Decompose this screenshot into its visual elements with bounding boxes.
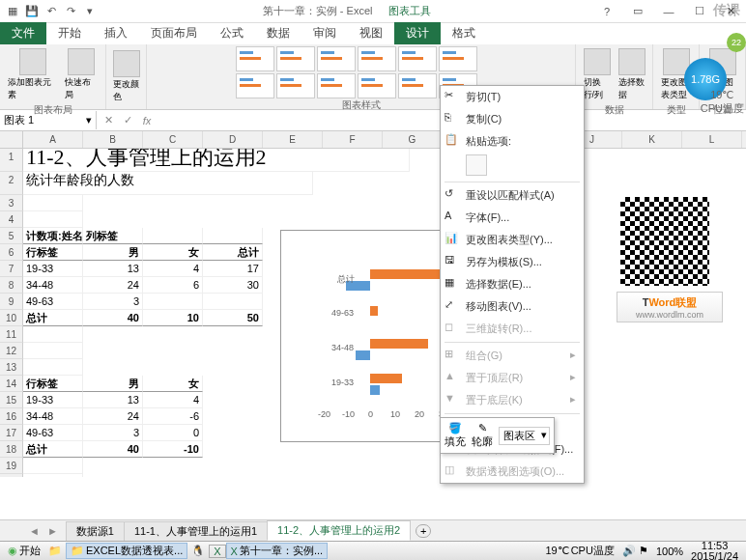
ribbon-options-icon[interactable]: ▭ xyxy=(626,3,649,20)
tab-layout[interactable]: 页面布局 xyxy=(139,22,209,44)
formula-bar-row: 图表 1▾ ✕ ✓ fx xyxy=(0,110,746,131)
scissors-icon: ✂ xyxy=(445,89,458,102)
tab-file[interactable]: 文件 xyxy=(0,22,46,44)
chart-style-thumb[interactable] xyxy=(439,46,477,71)
sheet-tab[interactable]: 数据源1 xyxy=(66,521,125,541)
chart-style-thumb[interactable] xyxy=(276,73,315,98)
taskbar-item[interactable]: 📁 xyxy=(44,545,66,557)
chart-style-thumb[interactable] xyxy=(398,73,437,98)
bar-1933-m[interactable] xyxy=(370,374,402,383)
cancel-icon[interactable]: ✕ xyxy=(100,114,116,126)
cm-select-data[interactable]: ▦选择数据(E)... xyxy=(441,273,584,295)
select-data-button[interactable]: 选择数据 xyxy=(617,46,647,103)
redo-icon[interactable]: ↷ xyxy=(62,3,79,20)
bar-1933-f[interactable] xyxy=(370,385,380,395)
sidebar-badge[interactable]: 22 xyxy=(727,33,746,52)
copy-icon: ⎘ xyxy=(445,111,458,125)
col-header[interactable]: F xyxy=(323,131,383,148)
clock[interactable]: 11:532015/1/24 xyxy=(687,542,742,561)
taskbar-item[interactable]: 🐧 xyxy=(187,545,209,557)
tab-data[interactable]: 数据 xyxy=(255,22,301,44)
reset-icon: ↺ xyxy=(445,187,458,201)
paste-option-button[interactable] xyxy=(466,154,487,176)
undo-icon[interactable]: ↶ xyxy=(43,3,60,20)
tab-review[interactable]: 审阅 xyxy=(301,22,348,44)
cm-copy[interactable]: ⎘复制(C) xyxy=(441,108,584,130)
chart-style-thumb[interactable] xyxy=(358,73,396,98)
maximize-icon[interactable]: ☐ xyxy=(688,3,711,20)
taskbar-item[interactable]: X第十一章：实例... xyxy=(226,543,329,559)
fill-button[interactable]: 🪣填充 xyxy=(445,422,466,449)
cm-bring-front: ▲置于顶层(R)▸ xyxy=(441,367,584,389)
col-header[interactable]: A xyxy=(23,131,83,148)
cm-move-chart[interactable]: ⤢移动图表(V)... xyxy=(441,295,584,318)
subtitle-cell[interactable]: 统计年龄段的人数 xyxy=(23,172,313,195)
col-header[interactable]: C xyxy=(143,131,203,148)
chart-style-thumb[interactable] xyxy=(358,46,396,71)
new-sheet-icon[interactable]: + xyxy=(416,524,431,538)
chart-style-thumb[interactable] xyxy=(236,73,274,98)
outline-button[interactable]: ✎轮廓 xyxy=(472,422,493,449)
start-button[interactable]: ◉开始 xyxy=(4,544,44,558)
back-icon: ▼ xyxy=(445,392,458,406)
cm-send-back: ▼置于底层(K)▸ xyxy=(441,389,584,411)
title-cell[interactable]: 11-2、人事管理上的运用2 xyxy=(23,149,410,172)
chart-style-thumb[interactable] xyxy=(398,46,437,71)
excel-icon[interactable]: ▦ xyxy=(4,3,21,20)
taskbar-item[interactable]: X xyxy=(209,545,225,558)
col-header[interactable]: K xyxy=(622,131,682,148)
tray-temp[interactable]: 19℃ CPU温度 xyxy=(541,544,617,558)
group-icon: ⊞ xyxy=(445,348,458,361)
sheet-tab-active[interactable]: 11-2、人事管理上的运用2 xyxy=(267,520,411,541)
rotate-3d-icon: ◻ xyxy=(445,321,458,334)
paint-bucket-icon: 🪣 xyxy=(448,422,462,434)
bar-3448-m[interactable] xyxy=(370,339,428,349)
cm-3d-rotate: ◻三维旋转(R)... xyxy=(441,318,584,340)
fx-icon[interactable]: fx xyxy=(139,115,155,126)
cm-change-type[interactable]: 📊更改图表类型(Y)... xyxy=(441,229,584,251)
chevron-down-icon[interactable]: ▾ xyxy=(541,429,547,441)
sheet-nav-next-icon[interactable]: ► xyxy=(47,525,58,537)
title-bar: ▦ 💾 ↶ ↷ ▾ 第十一章：实例 - Excel 图表工具 ? ▭ — ☐ ✕ xyxy=(0,0,746,23)
bar-3448-f[interactable] xyxy=(356,350,370,360)
chart-element-combo[interactable]: 图表区▾ xyxy=(499,427,550,445)
tab-formula[interactable]: 公式 xyxy=(209,22,255,44)
col-header[interactable]: B xyxy=(83,131,143,148)
tab-design[interactable]: 设计 xyxy=(394,22,441,44)
zoom-label[interactable]: 100% xyxy=(652,546,687,557)
tab-home[interactable]: 开始 xyxy=(46,22,93,44)
cm-reset-style[interactable]: ↺重设以匹配样式(A) xyxy=(441,184,584,207)
sheet-tab[interactable]: 11-1、人事管理上的运用1 xyxy=(124,521,268,541)
change-colors-button[interactable]: 更改颜色 xyxy=(111,48,142,105)
chevron-down-icon[interactable]: ▾ xyxy=(86,114,92,126)
minimize-icon[interactable]: — xyxy=(657,3,680,20)
cm-save-template[interactable]: 🖫另存为模板(S)... xyxy=(441,251,584,273)
cm-cut[interactable]: ✂剪切(T) xyxy=(441,86,584,108)
chart-style-thumb[interactable] xyxy=(276,46,315,71)
col-header[interactable]: L xyxy=(682,131,742,148)
tab-view[interactable]: 视图 xyxy=(348,22,394,44)
add-chart-element-button[interactable]: 添加图表元素 xyxy=(6,46,59,103)
sheet-nav-prev-icon[interactable]: ◄ xyxy=(29,525,40,537)
cm-font[interactable]: A字体(F)... xyxy=(441,207,584,229)
group-label-type: 类型 xyxy=(667,103,686,117)
col-header[interactable]: E xyxy=(263,131,323,148)
switch-row-col-button[interactable]: 切换行/列 xyxy=(582,46,613,103)
save-icon[interactable]: 💾 xyxy=(23,3,41,20)
bar-4963-m[interactable] xyxy=(370,306,378,316)
chart-style-thumb[interactable] xyxy=(236,46,274,71)
taskbar-item[interactable]: 📁EXCEL数据透视表... xyxy=(66,543,187,559)
tray-icons[interactable]: 🔊 ⚑ xyxy=(618,545,652,557)
qr-overlay: TWord联盟 www.wordlm.com xyxy=(617,193,723,322)
tab-format[interactable]: 格式 xyxy=(441,22,487,44)
chart-style-thumb[interactable] xyxy=(317,46,356,71)
help-icon[interactable]: ? xyxy=(595,3,618,20)
col-header[interactable]: G xyxy=(383,131,443,148)
col-header[interactable]: D xyxy=(203,131,263,148)
qat-dropdown-icon[interactable]: ▾ xyxy=(81,3,99,20)
template-icon: 🖫 xyxy=(445,254,458,267)
chart-style-thumb[interactable] xyxy=(317,73,356,98)
enter-icon[interactable]: ✓ xyxy=(120,114,135,126)
quick-layout-button[interactable]: 快速布局 xyxy=(63,46,100,103)
tab-insert[interactable]: 插入 xyxy=(93,22,139,44)
